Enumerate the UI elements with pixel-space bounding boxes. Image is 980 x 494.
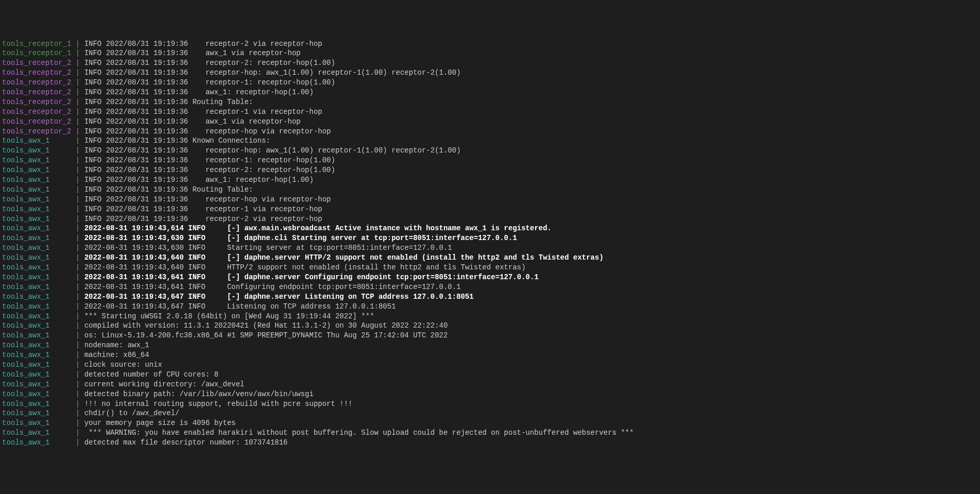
log-source: tools_awx_1 (2, 205, 71, 213)
log-separator: | (71, 49, 84, 57)
log-message: 2022-08-31 19:19:43,647 INFO [-] daphne.… (84, 293, 474, 301)
log-separator: | (71, 117, 84, 126)
log-line: tools_awx_1 | INFO 2022/08/31 19:19:36 r… (2, 165, 978, 175)
log-message: INFO 2022/08/31 19:19:36 receptor-1 via … (84, 108, 322, 116)
log-separator: | (71, 321, 84, 330)
log-message: INFO 2022/08/31 19:19:36 Routing Table: (84, 98, 253, 106)
log-source: tools_awx_1 (2, 419, 71, 427)
log-separator: | (71, 234, 84, 242)
log-source: tools_awx_1 (2, 302, 71, 311)
log-message: chdir() to /awx_devel/ (84, 409, 180, 417)
log-line: tools_awx_1 | 2022-08-31 19:19:43,647 IN… (2, 302, 978, 312)
log-separator: | (71, 438, 84, 447)
log-source: tools_awx_1 (2, 380, 71, 388)
log-message: INFO 2022/08/31 19:19:36 receptor-2: rec… (84, 166, 335, 174)
log-source: tools_awx_1 (2, 429, 71, 437)
log-separator: | (71, 263, 84, 271)
log-line: tools_awx_1 | INFO 2022/08/31 19:19:36 K… (2, 136, 978, 146)
log-source: tools_awx_1 (2, 400, 71, 408)
log-separator: | (71, 312, 84, 320)
log-source: tools_awx_1 (2, 341, 71, 349)
log-source: tools_awx_1 (2, 331, 71, 339)
log-line: tools_awx_1 | INFO 2022/08/31 19:19:36 r… (2, 195, 978, 205)
log-line: tools_awx_1 | 2022-08-31 19:19:43,614 IN… (2, 224, 978, 233)
log-line: tools_awx_1 | INFO 2022/08/31 19:19:36 R… (2, 185, 978, 195)
log-source: tools_receptor_1 (2, 40, 71, 48)
log-source: tools_awx_1 (2, 166, 71, 174)
log-source: tools_awx_1 (2, 293, 71, 301)
log-message: INFO 2022/08/31 19:19:36 awx_1: receptor… (84, 88, 314, 96)
log-separator: | (71, 156, 84, 164)
log-message: 2022-08-31 19:19:43,641 INFO [-] daphne.… (84, 273, 539, 281)
log-message: INFO 2022/08/31 19:19:36 Routing Table: (84, 185, 253, 194)
log-message: !!! no internal routing support, rebuild… (84, 400, 353, 408)
log-message: detected number of CPU cores: 8 (84, 370, 218, 379)
log-separator: | (71, 146, 84, 155)
log-message: 2022-08-31 19:19:43,630 INFO Starting se… (84, 244, 452, 252)
log-message: clock source: unix (84, 361, 162, 369)
log-separator: | (71, 331, 84, 339)
log-message: INFO 2022/08/31 19:19:36 receptor-2 via … (84, 215, 322, 223)
log-message: INFO 2022/08/31 19:19:36 receptor-hop vi… (84, 127, 331, 135)
log-line: tools_awx_1 | detected binary path: /var… (2, 389, 978, 399)
log-source: tools_awx_1 (2, 283, 71, 291)
log-separator: | (71, 244, 84, 252)
log-separator: | (71, 224, 84, 232)
log-message: INFO 2022/08/31 19:19:36 receptor-hop vi… (84, 195, 331, 203)
log-message: machine: x86_64 (84, 351, 149, 359)
log-separator: | (71, 40, 84, 48)
log-source: tools_receptor_2 (2, 59, 71, 67)
log-line: tools_receptor_2 | INFO 2022/08/31 19:19… (2, 58, 978, 68)
log-line: tools_awx_1 | INFO 2022/08/31 19:19:36 r… (2, 146, 978, 156)
log-source: tools_receptor_2 (2, 78, 71, 87)
log-source: tools_receptor_2 (2, 98, 71, 106)
log-line: tools_awx_1 | 2022-08-31 19:19:43,640 IN… (2, 263, 978, 272)
log-source: tools_awx_1 (2, 409, 71, 417)
log-source: tools_awx_1 (2, 351, 71, 359)
log-source: tools_awx_1 (2, 273, 71, 281)
log-line: tools_awx_1 | INFO 2022/08/31 19:19:36 a… (2, 175, 978, 185)
log-message: 2022-08-31 19:19:43,640 INFO HTTP/2 supp… (84, 263, 526, 271)
log-message: 2022-08-31 19:19:43,630 INFO [-] daphne.… (84, 234, 517, 242)
log-message: INFO 2022/08/31 19:19:36 receptor-2: rec… (84, 59, 335, 67)
log-line: tools_receptor_2 | INFO 2022/08/31 19:19… (2, 127, 978, 137)
log-source: tools_awx_1 (2, 195, 71, 203)
log-separator: | (71, 351, 84, 359)
log-message: os: Linux-5.19.4-200.fc36.x86_64 #1 SMP … (84, 331, 448, 339)
log-line: tools_awx_1 | compiled with version: 11.… (2, 321, 978, 331)
log-separator: | (71, 361, 84, 369)
log-separator: | (71, 419, 84, 427)
log-separator: | (71, 253, 84, 262)
log-line: tools_awx_1 | current working directory:… (2, 380, 978, 389)
terminal-output[interactable]: tools_receptor_1 | INFO 2022/08/31 19:19… (0, 39, 980, 448)
log-line: tools_awx_1 | *** WARNING: you have enab… (2, 428, 978, 438)
log-separator: | (71, 108, 84, 116)
log-source: tools_awx_1 (2, 390, 71, 398)
log-separator: | (71, 78, 84, 87)
log-line: tools_receptor_1 | INFO 2022/08/31 19:19… (2, 48, 978, 58)
log-message: 2022-08-31 19:19:43,647 INFO Listening o… (84, 302, 396, 311)
log-separator: | (71, 205, 84, 213)
log-line: tools_awx_1 | 2022-08-31 19:19:43,641 IN… (2, 272, 978, 282)
log-line: tools_awx_1 | your memory page size is 4… (2, 418, 978, 428)
log-line: tools_awx_1 | *** Starting uWSGI 2.0.18 … (2, 312, 978, 321)
log-separator: | (71, 273, 84, 281)
log-message: INFO 2022/08/31 19:19:36 Known Connectio… (84, 137, 270, 145)
log-line: tools_awx_1 | detected number of CPU cor… (2, 370, 978, 380)
log-separator: | (71, 176, 84, 184)
log-source: tools_awx_1 (2, 312, 71, 320)
log-line: tools_awx_1 | detected max file descript… (2, 438, 978, 448)
log-line: tools_awx_1 | chdir() to /awx_devel/ (2, 408, 978, 418)
log-line: tools_awx_1 | 2022-08-31 19:19:43,630 IN… (2, 243, 978, 253)
log-line: tools_awx_1 | 2022-08-31 19:19:43,640 IN… (2, 253, 978, 263)
log-source: tools_receptor_2 (2, 69, 71, 77)
log-source: tools_awx_1 (2, 253, 71, 262)
log-separator: | (71, 69, 84, 77)
log-line: tools_receptor_2 | INFO 2022/08/31 19:19… (2, 88, 978, 97)
log-source: tools_awx_1 (2, 361, 71, 369)
log-message: INFO 2022/08/31 19:19:36 receptor-1: rec… (84, 156, 335, 164)
log-line: tools_receptor_1 | INFO 2022/08/31 19:19… (2, 39, 978, 49)
log-separator: | (71, 127, 84, 135)
log-source: tools_awx_1 (2, 321, 71, 330)
log-source: tools_receptor_2 (2, 108, 71, 116)
